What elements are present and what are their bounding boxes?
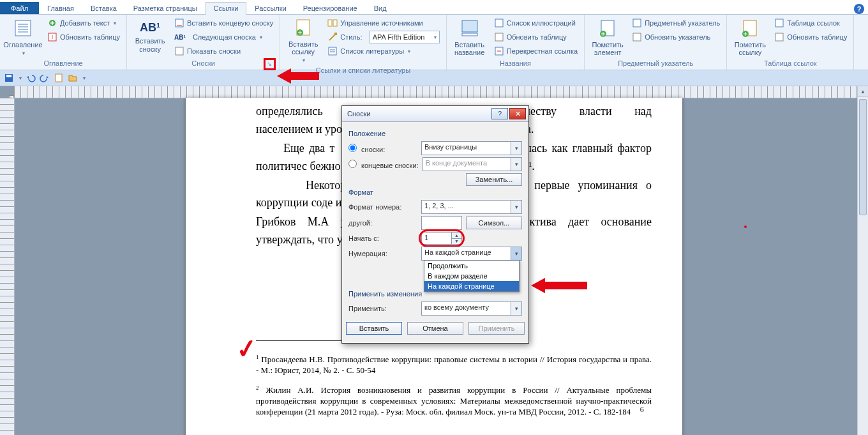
annotation-arrow bbox=[531, 278, 587, 293]
group-label: Названия bbox=[451, 58, 581, 70]
endnotes-location-select: В конце документа▾ bbox=[423, 157, 522, 171]
next-footnote-button[interactable]: AB¹ Следующая сноска▾ bbox=[172, 30, 276, 44]
insert-index-button[interactable]: Предметный указатель bbox=[629, 16, 722, 30]
svg-rect-31 bbox=[775, 33, 783, 41]
insert-citation-button[interactable]: Вставить ссылку▾ bbox=[284, 16, 322, 65]
insert-footnote-button[interactable]: AB¹ Вставить сноску bbox=[131, 16, 169, 58]
svg-rect-14 bbox=[333, 20, 337, 26]
page-number: 6 bbox=[640, 404, 645, 415]
manage-sources-button[interactable]: Управление источниками bbox=[325, 16, 442, 30]
svg-rect-21 bbox=[495, 19, 503, 27]
group-label: Оглавление bbox=[4, 58, 123, 70]
annotation-check-icon: ✓ bbox=[234, 333, 260, 365]
group-label: Сноски bbox=[191, 59, 215, 67]
svg-rect-26 bbox=[633, 19, 641, 27]
mark-entry-button[interactable]: Пометить элемент bbox=[588, 16, 627, 58]
vertical-ruler[interactable] bbox=[0, 98, 15, 435]
symbol-button[interactable]: Символ... bbox=[466, 217, 522, 229]
qat-dropdown[interactable]: ▾ bbox=[19, 75, 22, 81]
help-button[interactable]: ? bbox=[491, 108, 508, 119]
open-icon[interactable] bbox=[68, 73, 78, 83]
mark-citation-button[interactable]: Пометить ссылку bbox=[731, 16, 769, 58]
svg-rect-20 bbox=[462, 33, 477, 36]
svg-rect-27 bbox=[633, 33, 641, 41]
svg-rect-15 bbox=[334, 33, 337, 35]
svg-rect-30 bbox=[775, 19, 783, 27]
apply-to-select[interactable]: ко всему документу▾ bbox=[421, 301, 522, 316]
number-format-select[interactable]: 1, 2, 3, ...▾ bbox=[421, 200, 522, 214]
group-label: Предметный указатель bbox=[588, 58, 722, 70]
ribbon-tabs: Файл Главная Вставка Разметка страницы С… bbox=[0, 0, 868, 15]
annotation-arrow bbox=[277, 68, 319, 84]
svg-rect-16 bbox=[329, 47, 336, 55]
svg-rect-13 bbox=[328, 20, 332, 26]
field-label: другой: bbox=[348, 219, 417, 227]
insert-button[interactable]: Вставить bbox=[346, 322, 402, 335]
numbering-dropdown: Продолжить В каждом разделе На каждой ст… bbox=[424, 260, 520, 292]
footnotes-radio[interactable]: сноски: bbox=[348, 144, 417, 153]
redo-icon[interactable] bbox=[40, 73, 50, 83]
tab-home[interactable]: Главная bbox=[39, 2, 82, 14]
insert-endnote-button[interactable]: Вставить концевую сноску bbox=[172, 16, 276, 30]
update-toa-button[interactable]: Обновить таблицу bbox=[772, 30, 849, 44]
numbering-select[interactable]: На каждой странице▾ bbox=[421, 247, 522, 261]
start-at-spinner[interactable]: 1▲▼ bbox=[421, 232, 462, 245]
help-icon[interactable]: ? bbox=[854, 4, 864, 14]
dialog-title: Сноски bbox=[347, 110, 490, 118]
list-illustrations-button[interactable]: Список иллюстраций bbox=[491, 16, 581, 30]
dropdown-option[interactable]: На каждой странице bbox=[424, 281, 519, 291]
field-label: Нумерация: bbox=[348, 250, 417, 257]
footnotes-location-select[interactable]: Внизу страницы▾ bbox=[421, 141, 522, 155]
new-doc-icon[interactable] bbox=[54, 73, 64, 83]
section-label: Формат bbox=[348, 188, 522, 196]
update-toc-button[interactable]: !Обновить таблицу bbox=[45, 30, 123, 44]
tab-view[interactable]: Вид bbox=[366, 2, 395, 14]
footnotes[interactable]: 1 Просандеева Н.В. Противодействие корру… bbox=[256, 346, 652, 426]
dropdown-option[interactable]: Продолжить bbox=[424, 261, 519, 271]
update-captions-button[interactable]: Обновить таблицу bbox=[491, 30, 581, 44]
tab-insert[interactable]: Вставка bbox=[82, 2, 125, 14]
field-label: Начать с: bbox=[348, 234, 417, 242]
cross-reference-button[interactable]: Перекрестная ссылка bbox=[491, 44, 581, 58]
svg-rect-34 bbox=[56, 74, 62, 82]
insert-caption-button[interactable]: Вставить название bbox=[451, 16, 489, 58]
update-index-button[interactable]: Обновить указатель bbox=[629, 30, 722, 44]
convert-button[interactable]: Заменить... bbox=[466, 173, 522, 186]
scroll-thumb[interactable] bbox=[859, 99, 867, 215]
svg-rect-10 bbox=[176, 47, 183, 55]
insert-toa-button[interactable]: Таблица ссылок bbox=[772, 16, 849, 30]
apply-button[interactable]: Применить bbox=[468, 322, 525, 335]
footnotes-dialog: Сноски ? ✕ Положение сноски: Внизу стран… bbox=[341, 105, 529, 344]
undo-icon[interactable] bbox=[26, 73, 36, 83]
tab-mailings[interactable]: Рассылки bbox=[246, 2, 294, 14]
svg-rect-19 bbox=[462, 20, 477, 32]
vertical-scrollbar[interactable]: ▲ bbox=[857, 86, 868, 435]
close-button[interactable]: ✕ bbox=[509, 108, 526, 119]
bibliography-button[interactable]: Список литературы▾ bbox=[325, 44, 442, 58]
dropdown-option[interactable]: В каждом разделе bbox=[424, 271, 519, 281]
tab-references[interactable]: Ссылки bbox=[206, 2, 247, 15]
tab-file[interactable]: Файл bbox=[0, 2, 39, 14]
tab-layout[interactable]: Разметка страницы bbox=[125, 2, 206, 14]
endnotes-radio[interactable]: концевые сноски: bbox=[348, 160, 419, 169]
svg-rect-33 bbox=[6, 75, 11, 77]
cancel-button[interactable]: Отмена bbox=[407, 322, 463, 335]
citation-style-select[interactable]: Стиль: APA Fifth Edition▾ bbox=[325, 30, 442, 44]
section-label: Положение bbox=[348, 130, 522, 137]
footnotes-dialog-launcher[interactable]: ↘ bbox=[265, 59, 274, 69]
field-label: Формат номера: bbox=[348, 203, 417, 211]
scroll-up-icon[interactable]: ▲ bbox=[858, 86, 868, 97]
save-icon[interactable] bbox=[4, 73, 14, 83]
horizontal-ruler[interactable] bbox=[14, 86, 860, 98]
svg-rect-22 bbox=[495, 33, 503, 41]
dialog-titlebar[interactable]: Сноски ? ✕ bbox=[342, 106, 528, 122]
field-label: Применить: bbox=[348, 305, 417, 312]
tab-review[interactable]: Рецензирование bbox=[295, 2, 366, 14]
add-text-button[interactable]: Добавить текст▾ bbox=[45, 16, 123, 30]
ribbon: Оглавление▾ Добавить текст▾ !Обновить та… bbox=[0, 15, 868, 70]
show-footnotes-button[interactable]: Показать сноски bbox=[172, 44, 276, 58]
group-label: Таблица ссылок bbox=[731, 58, 849, 70]
qat-customize[interactable]: ▾ bbox=[83, 75, 86, 81]
toc-button[interactable]: Оглавление▾ bbox=[4, 16, 42, 58]
custom-mark-input[interactable] bbox=[421, 216, 462, 230]
